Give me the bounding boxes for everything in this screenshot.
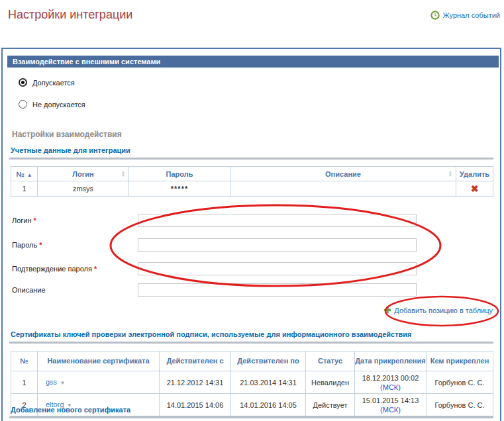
section-divider: [9, 158, 493, 160]
password-confirm-input[interactable]: [138, 262, 417, 275]
section-divider: [9, 342, 493, 344]
delete-row-icon[interactable]: ✖: [471, 183, 479, 194]
table-row: 1 gss▾ 21.12.2012 14:31 21.03.2014 14:31…: [11, 371, 493, 394]
msk-timezone-link[interactable]: (МСК): [380, 406, 401, 414]
interaction-settings-heading: Настройки взаимодействия: [12, 130, 122, 139]
cell-attach-date: 18.12.2013 00:02 (МСК): [355, 371, 427, 394]
column-header-cert-name: Наименование сертификата: [38, 351, 160, 371]
cell-password: *****: [129, 181, 230, 197]
required-marker: *: [39, 241, 42, 249]
required-marker: *: [34, 216, 36, 224]
event-log-label: Журнал событий: [443, 11, 500, 19]
event-log-link[interactable]: Журнал событий: [430, 11, 500, 20]
credentials-table: №▲ Логин ▲▼ Пароль Описание ▲▼ Удалить 1…: [11, 166, 493, 197]
table-row: 1 zmsys ***** ✖: [11, 181, 493, 197]
add-table-row-link[interactable]: ✚ Добавить позицию в таблицу: [383, 305, 493, 315]
column-header-password[interactable]: Пароль: [129, 167, 230, 181]
add-table-row-label: Добавить позицию в таблицу: [394, 306, 493, 314]
sort-asc-icon[interactable]: ▲: [27, 172, 32, 178]
description-input[interactable]: [138, 283, 417, 297]
radio-option-allowed[interactable]: Допускается: [19, 78, 75, 87]
column-header-attach-date: Дата прикрепления: [355, 351, 427, 371]
column-header-valid-from: Действителен с: [160, 351, 231, 371]
sort-icon[interactable]: ▲▼: [448, 171, 452, 177]
radio-selected-icon[interactable]: [19, 78, 27, 87]
clock-icon: [430, 11, 440, 20]
cell-status: Действует: [306, 394, 355, 416]
cell-valid-from: 14.01.2015 14:06: [160, 394, 231, 416]
section-divider: [9, 416, 493, 418]
required-marker: *: [94, 265, 97, 273]
cell-attach-date: 15.01.2015 14:13 (МСК): [355, 394, 427, 416]
radio-label: Допускается: [32, 79, 75, 87]
column-header-num: №: [11, 351, 38, 371]
column-header-num[interactable]: №▲: [11, 167, 38, 181]
external-systems-bar: Взаимодействие с внешними системами: [7, 56, 499, 68]
cell-status: Невалиден: [306, 371, 355, 394]
certificate-name-link[interactable]: gss: [46, 378, 57, 386]
radio-option-not-allowed[interactable]: Не допускается: [19, 100, 85, 109]
cell-num: 1: [11, 371, 38, 394]
sort-icon[interactable]: ▲▼: [121, 171, 125, 177]
msk-timezone-link[interactable]: (МСК): [380, 383, 401, 391]
password-input[interactable]: [138, 238, 417, 252]
cell-attached-by: Горбунов С. С.: [427, 394, 493, 416]
integration-settings-page: Настройки интеграции Журнал событий Взаи…: [0, 0, 504, 421]
login-field-label: Логин*: [12, 214, 36, 227]
column-header-delete: Удалить: [456, 167, 493, 181]
description-field-label: Описание: [12, 283, 46, 297]
cell-login: zmsys: [38, 181, 129, 197]
certificates-section-title: Сертификаты ключей проверки электронной …: [11, 330, 412, 338]
cell-valid-to: 14.01.2016 14:05: [231, 394, 306, 416]
column-header-valid-to: Действителен по: [231, 351, 306, 371]
password-field-label: Пароль*: [12, 238, 42, 252]
radio-unselected-icon[interactable]: [19, 100, 27, 109]
add-certificate-section-title: Добавление нового сертификата: [11, 406, 130, 414]
column-header-description[interactable]: Описание ▲▼: [230, 167, 456, 181]
column-header-status: Статус: [306, 351, 355, 371]
cell-description: [230, 181, 456, 197]
login-input[interactable]: [138, 214, 417, 227]
cell-num: 1: [11, 181, 38, 197]
chevron-down-icon[interactable]: ▾: [61, 379, 64, 386]
cell-attached-by: Горбунов С. С.: [427, 371, 493, 394]
radio-label: Не допускается: [32, 101, 85, 109]
column-header-attached-by: Кем прикреплен: [427, 351, 493, 371]
password-confirm-field-label: Подтверждение пароля*: [12, 262, 97, 275]
credentials-section-title: Учетные данные для интеграции: [11, 146, 130, 154]
cell-valid-from: 21.12.2012 14:31: [160, 371, 231, 394]
cell-valid-to: 21.03.2014 14:31: [231, 371, 306, 394]
page-title: Настройки интеграции: [8, 8, 132, 22]
plus-icon: ✚: [383, 305, 391, 315]
column-header-login[interactable]: Логин ▲▼: [38, 167, 129, 181]
